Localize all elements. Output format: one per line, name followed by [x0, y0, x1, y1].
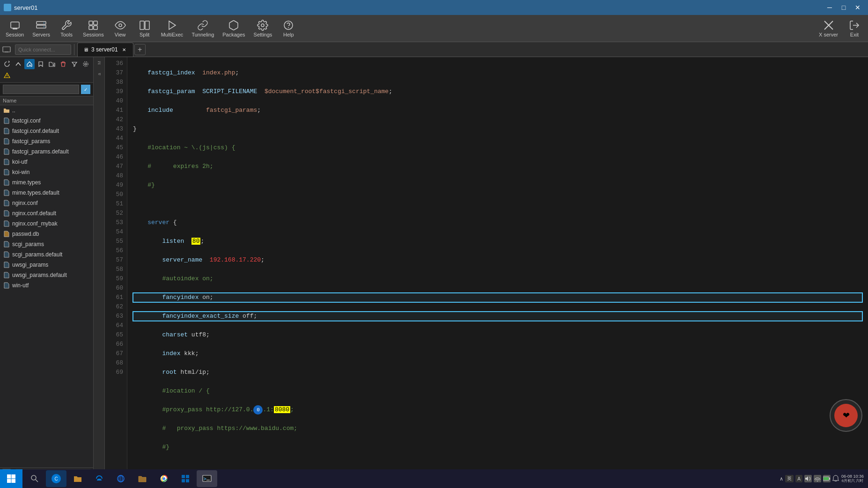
list-item[interactable]: nginx.conf.default: [0, 208, 93, 219]
list-item[interactable]: koi-win: [0, 167, 93, 177]
line-num-67: 67: [109, 349, 123, 358]
tray-volume-icon[interactable]: [804, 475, 812, 482]
code-line-49: fancyindex_exact_size off;: [133, 312, 862, 321]
quick-connect-input[interactable]: [15, 44, 71, 55]
tab-close-button[interactable]: ✕: [121, 46, 127, 53]
list-item[interactable]: koi-utf: [0, 157, 93, 167]
list-item[interactable]: mime.types.default: [0, 188, 93, 198]
list-item[interactable]: passwd.db: [0, 229, 93, 239]
toolbar-help[interactable]: Help: [277, 16, 300, 41]
taskbar-terminal[interactable]: [197, 470, 217, 487]
toolbar-exit[interactable]: Exit: [843, 16, 866, 41]
sidebar-btn-refresh[interactable]: [2, 59, 12, 69]
svg-point-28: [7, 77, 7, 78]
list-item[interactable]: nginx.conf: [0, 198, 93, 208]
sidebar-btn-bookmark[interactable]: [36, 59, 46, 69]
sidebar-btn-newfolder[interactable]: [47, 59, 57, 69]
taskbar-fileexplorer[interactable]: [132, 470, 153, 487]
tray-lang-icon[interactable]: 英: [785, 475, 794, 482]
maximize-button[interactable]: □: [837, 1, 850, 14]
taskbar-ie[interactable]: [110, 470, 131, 487]
minimize-button[interactable]: ─: [823, 1, 836, 14]
tabs-bar: 🖥 3 server01 ✕ +: [0, 42, 868, 57]
packages-label: Packages: [222, 32, 245, 37]
taskbar-edge[interactable]: [89, 470, 110, 487]
toolbar-servers[interactable]: Servers: [29, 16, 54, 41]
system-tray[interactable]: ∧ 英 A 06-08 10:36 6月初六 六时: [780, 474, 864, 483]
settings-label: Settings: [254, 32, 272, 37]
tray-ime-icon[interactable]: A: [795, 475, 802, 482]
file-icon: [3, 230, 10, 238]
svg-rect-29: [7, 474, 11, 479]
code-line-53: #location / {: [133, 386, 862, 396]
app-icon: [4, 4, 11, 11]
taskbar-chrome[interactable]: [154, 470, 174, 487]
file-icon: [3, 168, 10, 176]
file-icon: [3, 220, 10, 227]
line-num-48: 48: [109, 171, 123, 181]
toolbar-split[interactable]: Split: [133, 16, 156, 41]
sidebar-btn-up[interactable]: [13, 59, 23, 69]
windows-logo: [7, 474, 16, 483]
svg-line-34: [36, 480, 38, 482]
add-tab-button[interactable]: +: [134, 44, 146, 55]
svg-point-33: [31, 475, 36, 480]
close-button[interactable]: ✕: [851, 1, 864, 14]
tunneling-icon: [197, 20, 208, 31]
code-line-48: fancyindex on;: [133, 293, 862, 302]
left-indicators: M a: [94, 57, 105, 473]
sidebar-btn-delete[interactable]: [58, 59, 68, 69]
toolbar-sessions[interactable]: Sessions: [79, 16, 108, 41]
toolbar-tunneling[interactable]: Tunneling: [188, 16, 218, 41]
line-num-51: 51: [109, 199, 123, 209]
list-item[interactable]: mime.types: [0, 177, 93, 188]
code-view[interactable]: 36 37 38 39 40 41 42 43 44 45 46 47 48 4…: [105, 57, 868, 473]
toolbar-tools[interactable]: Tools: [55, 16, 78, 41]
start-button[interactable]: [0, 469, 22, 488]
taskbar-cortana[interactable]: C: [46, 470, 66, 487]
tray-network-icon[interactable]: [814, 475, 821, 482]
list-item[interactable]: nginx.conf_mybak: [0, 219, 93, 229]
line-num-59: 59: [109, 274, 123, 284]
tray-battery-icon[interactable]: [823, 475, 831, 482]
sidebar-btn-filter[interactable]: [69, 59, 80, 69]
list-item[interactable]: uwsgi_params: [0, 260, 93, 270]
list-item[interactable]: fastcgi_params: [0, 136, 93, 146]
toolbar-view[interactable]: View: [109, 16, 132, 41]
toolbar-session[interactable]: Session: [2, 16, 28, 41]
toolbar-settings[interactable]: Settings: [250, 16, 276, 41]
active-tab[interactable]: 🖥 3 server01 ✕: [77, 43, 133, 57]
multiexec-icon: [167, 20, 178, 31]
tray-chinese-input[interactable]: 06-08 10:36 6月初六 六时: [841, 474, 864, 483]
svg-rect-32: [12, 479, 16, 483]
line-num-52: 52: [109, 209, 123, 218]
list-item[interactable]: fastcgi.conf: [0, 116, 93, 126]
tray-notifications-icon[interactable]: [832, 475, 839, 482]
sidebar-btn-warning[interactable]: [2, 70, 12, 80]
list-item[interactable]: uwsgi_params.default: [0, 270, 93, 280]
taskbar-search[interactable]: [24, 470, 45, 487]
title-bar-left: server01: [4, 4, 38, 11]
list-item[interactable]: ..: [0, 105, 93, 116]
toolbar-xserver[interactable]: X server: [815, 16, 842, 41]
main-toolbar: Session Servers Tools: [0, 15, 868, 42]
list-item[interactable]: fastcgi.conf.default: [0, 126, 93, 136]
list-item[interactable]: win-utf: [0, 280, 93, 291]
list-item[interactable]: fastcgi_params.default: [0, 146, 93, 157]
line-num-68: 68: [109, 358, 123, 368]
sidebar-btn-settings2[interactable]: [81, 59, 91, 69]
list-item[interactable]: scgi_params.default: [0, 249, 93, 260]
indicator-1: M: [96, 59, 103, 66]
list-item[interactable]: scgi_params: [0, 239, 93, 249]
path-ok-button[interactable]: ✓: [81, 85, 90, 94]
tray-expand[interactable]: ∧: [780, 476, 783, 482]
line-num-54: 54: [109, 227, 123, 237]
path-input[interactable]: /usr/local/nginx/conf/: [3, 85, 79, 94]
taskbar-file-manager[interactable]: [67, 470, 88, 487]
sidebar-btn-home[interactable]: [24, 59, 35, 69]
taskbar-control-panel[interactable]: [175, 470, 196, 487]
line-num-40: 40: [109, 96, 123, 106]
toolbar-multiexec[interactable]: MultiExec: [157, 16, 187, 41]
toolbar-packages[interactable]: Packages: [219, 16, 249, 41]
window-controls[interactable]: ─ □ ✕: [823, 1, 864, 14]
